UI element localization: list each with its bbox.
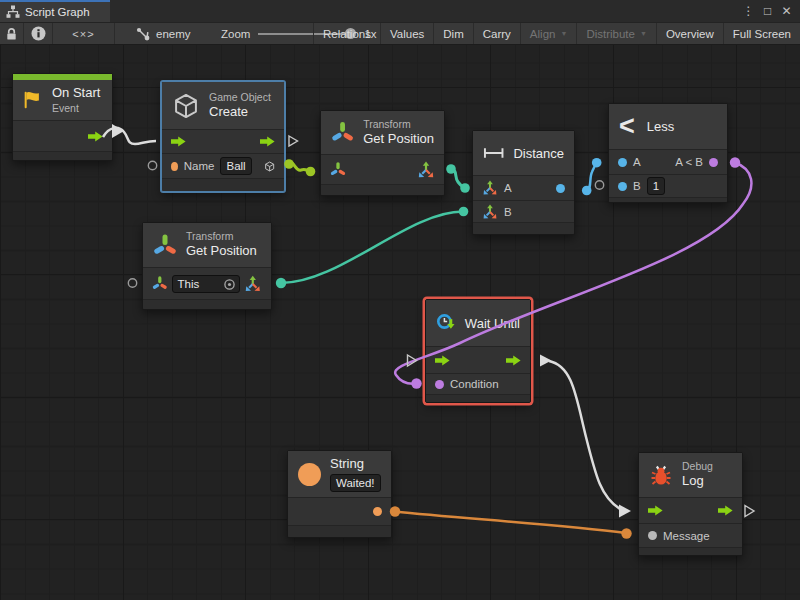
- wire-endpoint[interactable]: [460, 183, 470, 193]
- overview-button[interactable]: Overview: [656, 23, 723, 44]
- transform-icon: [331, 120, 354, 145]
- message-row: Message: [639, 524, 742, 548]
- wire-endpoint[interactable]: [592, 158, 602, 168]
- zoom-label: Zoom: [221, 28, 250, 40]
- input-a-label: A: [633, 156, 641, 168]
- wire-endpoint[interactable]: [284, 159, 294, 169]
- node-debug-log[interactable]: Debug Log Message: [638, 452, 743, 556]
- node-footer: [426, 395, 530, 402]
- node-header: On Start Event: [13, 80, 112, 121]
- flow-out-port[interactable]: [88, 131, 103, 142]
- wire-endpoint[interactable]: [306, 167, 316, 177]
- flow-out-port[interactable]: [506, 355, 521, 366]
- node-get-position-left[interactable]: Transform Get Position This: [142, 222, 272, 310]
- target-field[interactable]: This: [172, 275, 241, 293]
- distance-out-port[interactable]: [556, 184, 565, 193]
- connection-distance-to-less-a[interactable]: [587, 163, 597, 191]
- info-icon: [31, 26, 46, 41]
- flow-out-port[interactable]: [718, 505, 733, 516]
- node-category: Game Object: [209, 91, 271, 104]
- node-get-position-top[interactable]: Transform Get Position: [320, 110, 445, 196]
- condition-in-port[interactable]: [435, 380, 444, 389]
- maximize-icon[interactable]: □: [758, 0, 777, 22]
- connection-string-to-message[interactable]: [395, 512, 626, 534]
- relations-button[interactable]: Relations: [313, 23, 380, 44]
- input-b-label: B: [504, 206, 512, 218]
- connection-getposition-to-distance-a[interactable]: [451, 169, 465, 188]
- vector3-in-port[interactable]: [482, 204, 498, 220]
- node-title: Wait Until: [465, 316, 520, 331]
- graph-canvas[interactable]: On Start Event Game Object Create: [0, 45, 800, 600]
- input-a-label: A: [504, 182, 512, 194]
- wire-endpoint[interactable]: [621, 528, 631, 538]
- vector3-out-port[interactable]: [417, 161, 435, 179]
- vector3-out-port[interactable]: [244, 275, 262, 293]
- result-out-port[interactable]: [709, 158, 718, 167]
- wire-endpoint[interactable]: [276, 278, 286, 288]
- string-icon: [298, 463, 321, 486]
- node-header: Distance: [473, 131, 574, 176]
- transform-in-port[interactable]: [330, 161, 346, 178]
- flow-in-port[interactable]: [648, 505, 663, 516]
- lock-button[interactable]: [0, 23, 24, 44]
- message-in-port[interactable]: [648, 531, 657, 540]
- graph-breadcrumb[interactable]: enemy: [136, 23, 191, 44]
- string-value-port[interactable]: [171, 162, 178, 171]
- node-less[interactable]: < Less A A < B B 1: [608, 103, 728, 203]
- string-value-field[interactable]: Waited!: [330, 474, 381, 492]
- window-menu-icon[interactable]: ⋮: [739, 0, 758, 22]
- unconnected-port-indicator: [148, 161, 156, 169]
- wire-endpoint[interactable]: [730, 157, 740, 167]
- carry-button[interactable]: Carry: [473, 23, 520, 44]
- lock-icon: [5, 27, 18, 41]
- connection-waituntil-to-log[interactable]: [549, 361, 620, 509]
- node-on-start-event[interactable]: On Start Event: [12, 73, 113, 161]
- unconnected-port-indicator: [128, 279, 136, 287]
- flow-in-port[interactable]: [435, 355, 450, 366]
- values-button[interactable]: Values: [380, 23, 433, 44]
- full-screen-button[interactable]: Full Screen: [723, 23, 800, 44]
- target-picker-icon[interactable]: [223, 278, 236, 291]
- node-distance[interactable]: Distance A B: [472, 130, 575, 235]
- wire-endpoint[interactable]: [411, 378, 421, 388]
- b-in-port[interactable]: [618, 182, 627, 191]
- flow-out-port[interactable]: [260, 136, 275, 147]
- info-button[interactable]: [24, 23, 53, 44]
- wire-endpoint[interactable]: [446, 164, 456, 174]
- align-button[interactable]: Align▼: [520, 23, 577, 44]
- a-in-port[interactable]: [618, 158, 627, 167]
- cube-icon: [172, 92, 200, 120]
- tab-script-graph[interactable]: Script Graph: [0, 0, 110, 22]
- close-icon[interactable]: ✕: [777, 0, 796, 22]
- node-footer: [609, 198, 727, 202]
- dim-button[interactable]: Dim: [433, 23, 472, 44]
- connection-getposition-to-distance-b[interactable]: [281, 212, 463, 284]
- unconnected-flow-out-indicator: [289, 136, 298, 146]
- node-game-object-create[interactable]: Game Object Create Name Ball: [161, 81, 285, 192]
- distribute-button[interactable]: Distribute▼: [576, 23, 656, 44]
- b-value-field[interactable]: 1: [647, 177, 665, 195]
- string-out-port[interactable]: [373, 507, 382, 516]
- game-object-out-port[interactable]: [264, 159, 275, 174]
- vector3-in-port[interactable]: [482, 180, 498, 196]
- bug-icon: [649, 463, 673, 487]
- node-footer: [288, 526, 391, 537]
- connection-create-to-getposition[interactable]: [289, 163, 310, 172]
- collapse-values-button[interactable]: <×>: [53, 23, 115, 44]
- node-footer: [321, 185, 444, 195]
- node-wait-until[interactable]: Wait Until Condition: [425, 299, 531, 403]
- flow-in-port[interactable]: [171, 136, 186, 147]
- node-category: Transform: [186, 230, 257, 243]
- name-field[interactable]: Ball: [220, 157, 251, 175]
- node-string[interactable]: String Waited!: [287, 450, 392, 538]
- node-header: Debug Log: [639, 453, 742, 498]
- port-row: [288, 498, 391, 526]
- transform-in-port[interactable]: [152, 275, 168, 292]
- flag-icon: [21, 89, 43, 111]
- unconnected-flow-in-indicator: [408, 355, 417, 366]
- flow-row: [639, 498, 742, 524]
- chevron-down-icon: ▼: [560, 30, 567, 37]
- port-row: [321, 155, 444, 185]
- wire-endpoint[interactable]: [459, 207, 469, 217]
- wire-endpoint[interactable]: [582, 186, 592, 196]
